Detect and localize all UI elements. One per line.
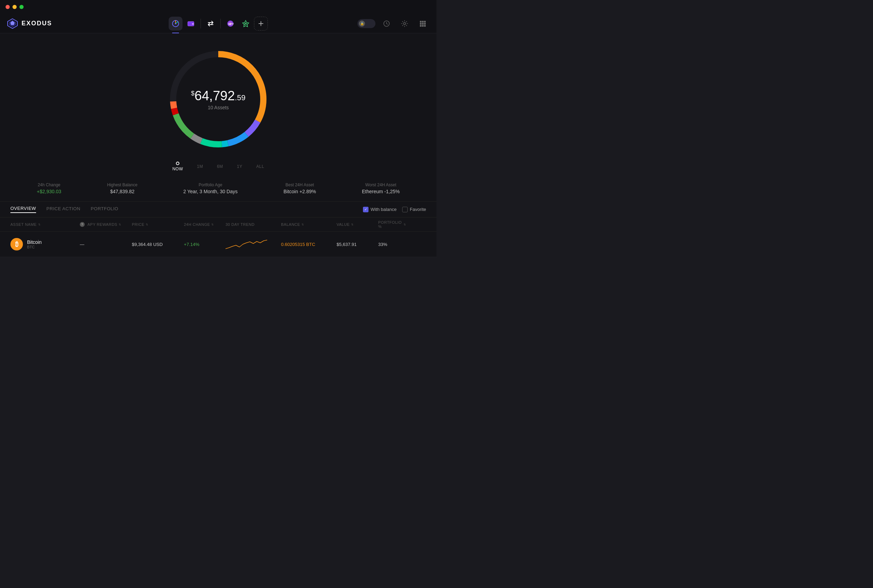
stat-highest-label: Highest Balance <box>107 183 137 188</box>
stat-worst-asset: Worst 24H Asset Ethereum -1,25% <box>362 183 400 194</box>
table-row[interactable]: ₿ Bitcoin BTC — $9,364.48 USD +7.14% 0.6… <box>0 232 436 257</box>
tabs-right: ✓ With balance Favorite <box>363 207 426 212</box>
tab-portfolio[interactable]: PORTFOLIO <box>91 206 118 213</box>
timeline-item-1m[interactable]: 1M <box>197 164 203 169</box>
tab-price-action[interactable]: PRICE ACTION <box>46 206 81 213</box>
sort-name-icon: ⇅ <box>38 223 41 226</box>
top-nav: EXODUS <box>0 14 436 33</box>
apy-cell: — <box>80 242 132 247</box>
with-balance-checkbox[interactable]: ✓ <box>363 207 369 212</box>
nav-center: NFT <box>169 16 268 30</box>
history-icon <box>383 20 390 27</box>
portfolio-amount: $64,792.59 <box>191 88 246 104</box>
timeline-item-all[interactable]: ALL <box>256 164 264 169</box>
svg-rect-20 <box>422 25 424 27</box>
with-balance-filter[interactable]: ✓ With balance <box>363 207 397 212</box>
nav-divider <box>201 19 201 28</box>
tab-overview[interactable]: OVERVIEW <box>10 206 36 213</box>
stat-highest-balance: Highest Balance $47,839.82 <box>107 183 137 194</box>
sort-apy-icon: ⇅ <box>118 223 122 226</box>
apy-help-icon: ? <box>80 222 85 227</box>
stat-portfolio-age: Portfolio Age 2 Year, 3 Month, 30 Days <box>183 183 237 194</box>
nav-nft-button[interactable]: NFT <box>224 16 237 30</box>
timeline-item-1y[interactable]: 1Y <box>237 164 243 169</box>
stat-age-label: Portfolio Age <box>183 183 237 188</box>
value-cell: $5,637.91 <box>337 242 378 247</box>
earn-icon <box>242 20 249 27</box>
favorite-checkbox[interactable] <box>402 207 408 212</box>
titlebar <box>0 0 436 14</box>
svg-rect-16 <box>420 23 422 25</box>
stat-worst-label: Worst 24H Asset <box>362 183 400 188</box>
tabs-bar: OVERVIEW PRICE ACTION PORTFOLIO ✓ With b… <box>0 201 436 218</box>
grid-icon <box>419 20 426 27</box>
main-content: $64,792.59 10 Assets NOW 1M 6M 1Y ALL 24… <box>0 33 436 257</box>
nav-exchange-button[interactable] <box>204 16 218 30</box>
with-balance-label: With balance <box>370 207 397 212</box>
grid-button[interactable] <box>416 16 429 30</box>
th-portfolio[interactable]: PORTFOLIO % ⇅ <box>378 220 406 229</box>
stat-best-asset: Best 24H Asset Bitcoin +2.89% <box>284 183 316 194</box>
change-cell: +7.14% <box>184 242 225 247</box>
nav-earn-button[interactable] <box>239 16 253 30</box>
svg-rect-14 <box>422 21 424 22</box>
sort-change-icon: ⇅ <box>211 223 214 226</box>
lock-toggle[interactable]: 🔒 <box>357 19 375 28</box>
svg-point-4 <box>175 23 176 24</box>
sparkline-svg <box>225 237 267 250</box>
svg-text:NFT: NFT <box>228 22 234 26</box>
th-asset-name[interactable]: ASSET NAME ⇅ <box>10 222 80 226</box>
trend-cell <box>225 237 281 252</box>
table-header: ASSET NAME ⇅ ? APY REWARDS ⇅ PRICE ⇅ 24H… <box>0 218 436 232</box>
stat-best-value: Bitcoin +2.89% <box>284 189 316 194</box>
svg-rect-13 <box>420 21 422 22</box>
nav-add-button[interactable] <box>254 16 268 30</box>
exchange-icon <box>207 20 214 27</box>
price-cell: $9,364.48 USD <box>132 242 184 247</box>
svg-point-12 <box>404 22 406 25</box>
wallet-icon <box>187 20 195 27</box>
logo-text: EXODUS <box>21 20 52 27</box>
maximize-button[interactable] <box>20 5 24 9</box>
dollar-sign: $ <box>191 90 195 97</box>
th-balance[interactable]: BALANCE ⇅ <box>281 222 337 226</box>
sort-price-icon: ⇅ <box>146 223 148 226</box>
th-change[interactable]: 24H CHANGE ⇅ <box>184 222 225 226</box>
timeline-now-dot <box>176 162 179 165</box>
timeline-item-6m[interactable]: 6M <box>217 164 223 169</box>
portfolio-cell: 33% <box>378 242 406 247</box>
sort-balance-icon: ⇅ <box>302 223 304 226</box>
donut-chart: $64,792.59 10 Assets <box>163 44 274 155</box>
stat-24h-label: 24h Change <box>37 183 61 188</box>
asset-name-cell: ₿ Bitcoin BTC <box>10 238 80 250</box>
svg-rect-18 <box>424 23 426 25</box>
favorite-filter[interactable]: Favorite <box>402 207 426 212</box>
sort-value-icon: ⇅ <box>351 223 354 226</box>
balance-cell: 0.60205315 BTC <box>281 242 337 247</box>
btc-icon: ₿ <box>10 238 23 250</box>
stat-worst-value: Ethereum -1,25% <box>362 189 400 194</box>
stat-highest-value: $47,839.82 <box>107 189 137 194</box>
portfolio-section: $64,792.59 10 Assets NOW 1M 6M 1Y ALL <box>0 33 436 178</box>
history-button[interactable] <box>380 16 393 30</box>
nav-wallet-button[interactable] <box>184 16 198 30</box>
minimize-button[interactable] <box>12 5 16 9</box>
nav-portfolio-button[interactable] <box>169 16 183 30</box>
close-button[interactable] <box>6 5 10 9</box>
portfolio-icon <box>172 20 179 27</box>
th-apy[interactable]: ? APY REWARDS ⇅ <box>80 222 132 227</box>
timeline-item-now[interactable]: NOW <box>172 166 183 171</box>
asset-ticker: BTC <box>27 245 42 249</box>
settings-button[interactable] <box>398 16 411 30</box>
favorite-label: Favorite <box>410 207 426 212</box>
sort-portfolio-icon: ⇅ <box>404 223 406 226</box>
asset-table: ASSET NAME ⇅ ? APY REWARDS ⇅ PRICE ⇅ 24H… <box>0 218 436 257</box>
th-price[interactable]: PRICE ⇅ <box>132 222 184 226</box>
donut-center: $64,792.59 10 Assets <box>191 88 246 110</box>
th-value[interactable]: VALUE ⇅ <box>337 222 378 226</box>
stat-24h-value: +$2,930.03 <box>37 189 61 194</box>
timeline-now[interactable]: NOW <box>172 162 183 171</box>
asset-info: Bitcoin BTC <box>27 239 42 249</box>
lock-icon: 🔒 <box>359 21 365 27</box>
logo: EXODUS <box>7 18 52 29</box>
